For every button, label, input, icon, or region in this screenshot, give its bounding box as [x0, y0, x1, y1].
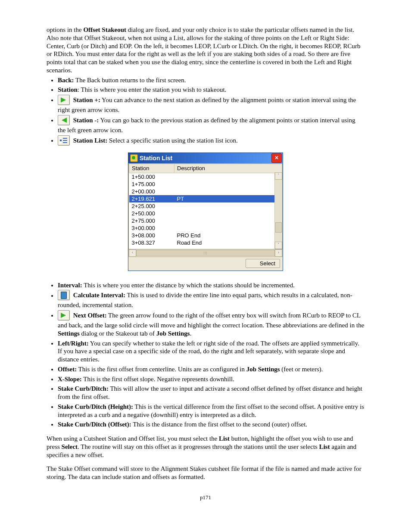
text: : This is where you enter the station yo… — [78, 86, 227, 93]
table-row[interactable]: 2+75.000 — [129, 217, 282, 224]
table-row[interactable]: 3+08.000PRO End — [129, 232, 282, 239]
label: Interval: — [58, 282, 82, 289]
label: Station — [58, 86, 78, 93]
next-offset-icon — [58, 310, 70, 320]
text-bold: List — [219, 435, 230, 442]
cell-station: 2+25.000 — [129, 202, 174, 210]
table-row[interactable]: 2+50.000 — [129, 210, 282, 217]
item-xslope: X-Slope: This is the first offset slope.… — [58, 375, 364, 383]
item-left-right: Left/Right: You can specify whether to s… — [58, 339, 364, 364]
text: Select a specific station using the stat… — [107, 137, 237, 144]
intro-paragraph: options in the Offset Stakeout dialog ar… — [47, 26, 364, 75]
item-station-minus: Station -: You can go back to the previo… — [58, 116, 364, 134]
item-offset: Offset: This is the first offset from ce… — [58, 365, 364, 373]
text-bold: Offset Stakeout — [83, 26, 126, 33]
table-row[interactable]: 2+00.000 — [129, 188, 282, 195]
label: Station +: — [73, 96, 100, 103]
cell-description — [174, 210, 282, 217]
cell-station: 2+00.000 — [129, 188, 174, 195]
item-next-offset: Next Offset: The green arrow found to th… — [58, 311, 364, 338]
cell-station: 1+50.000 — [129, 173, 174, 180]
cell-description — [174, 173, 282, 180]
label: Station -: — [73, 117, 99, 124]
scroll-up-button[interactable]: ˄ — [275, 172, 282, 180]
vscrollbar[interactable]: ˄ ˅ — [274, 172, 282, 249]
text: When using a Cutsheet Station and Offset… — [47, 435, 219, 442]
text: You can advance to the next station as d… — [58, 96, 356, 113]
col-description[interactable]: Description — [174, 164, 282, 173]
station-plus-icon — [58, 95, 70, 105]
col-station[interactable]: Station — [129, 164, 174, 173]
cell-description: PT — [174, 195, 282, 202]
item-station-plus: Station +: You can advance to the next s… — [58, 96, 364, 114]
cell-description: Road End — [174, 239, 282, 246]
text-bold: List — [319, 443, 330, 450]
station-minus-icon — [58, 115, 70, 125]
label: Next Offset: — [73, 312, 107, 319]
text: This is the first offset slope. Negative… — [82, 376, 234, 383]
dialog-title: Station List — [140, 155, 172, 162]
label: Left/Right: — [58, 340, 89, 347]
cell-description — [174, 224, 282, 232]
table-row[interactable]: 2+19.621PT — [129, 195, 282, 202]
text: This is the first offset from centerline… — [77, 366, 246, 373]
app-icon — [130, 154, 138, 162]
scroll-left-button[interactable]: ‹ — [129, 249, 136, 257]
cell-description — [174, 180, 282, 188]
text: This is the distance from the first offs… — [131, 421, 307, 428]
item-stake-curb-ditch-offset: Stake Curb/Ditch (Offset): This is the d… — [58, 420, 364, 429]
text: You can specify whether to stake the lef… — [58, 340, 359, 363]
label: Offset: — [58, 366, 77, 373]
station-list-dialog: Station List × Station Description 1+50.… — [128, 152, 283, 271]
cell-station: 2+19.621 — [129, 195, 174, 202]
item-interval: Interval: This is where you enter the di… — [58, 281, 364, 289]
station-grid: Station Description 1+50.0001+75.0002+00… — [128, 163, 283, 249]
hscrollbar[interactable]: ‹ › — [128, 249, 283, 257]
table-row[interactable]: 1+75.000 — [129, 180, 282, 188]
table-row[interactable]: 1+50.000 — [129, 173, 282, 180]
cell-station: 2+50.000 — [129, 210, 174, 217]
feature-list-top: Back: The Back button returns to the fir… — [47, 76, 364, 146]
label: Stake Curb/Ditch: — [58, 385, 109, 392]
label: Calculate Interval: — [73, 292, 125, 299]
cell-station: 1+75.000 — [129, 180, 174, 188]
label: Station List: — [73, 137, 108, 144]
text: options in the — [47, 26, 83, 33]
text: . The routine will stay on this offset a… — [78, 443, 319, 450]
cell-description — [174, 217, 282, 224]
station-table[interactable]: Station Description 1+50.0001+75.0002+00… — [129, 164, 282, 246]
scroll-right-button[interactable]: › — [275, 249, 282, 257]
text-bold: Job Settings — [246, 366, 280, 373]
trailing-paragraph-1: When using a Cutsheet Station and Offset… — [47, 435, 364, 459]
label: Back: — [58, 77, 74, 84]
text: dialog or the Stakeout tab of — [80, 330, 156, 337]
cell-description — [174, 202, 282, 210]
hscroll-thumb[interactable] — [136, 250, 275, 256]
text-bold: Select — [62, 443, 78, 450]
text: You can go back to the previous station … — [58, 117, 355, 134]
page-number: p171 — [47, 494, 364, 501]
dialog-footer: Select — [128, 257, 283, 271]
feature-list-bottom: Interval: This is where you enter the di… — [47, 281, 364, 429]
label: Stake Curb/Ditch (Offset): — [58, 421, 131, 428]
scroll-thumb[interactable] — [275, 222, 282, 233]
text: The Back button returns to the first scr… — [74, 77, 186, 84]
trailing-paragraph-2: The Stake Offset command will store to t… — [47, 465, 364, 481]
calculate-interval-icon — [58, 290, 70, 300]
cell-station: 2+75.000 — [129, 217, 174, 224]
item-station: Station: This is where you enter the sta… — [58, 86, 364, 94]
scroll-down-button[interactable]: ˅ — [275, 242, 282, 249]
cell-station: 3+00.000 — [129, 224, 174, 232]
table-row[interactable]: 3+08.327Road End — [129, 239, 282, 246]
text: dialog are fixed, and your only choice i… — [47, 26, 360, 74]
select-button[interactable]: Select — [246, 259, 280, 268]
close-button[interactable]: × — [271, 153, 282, 163]
text-bold: Job Settings — [156, 330, 190, 337]
cell-description: PRO End — [174, 232, 282, 239]
table-row[interactable]: 3+00.000 — [129, 224, 282, 232]
table-row[interactable]: 2+25.000 — [129, 202, 282, 210]
cell-station: 3+08.327 — [129, 239, 174, 246]
dialog-titlebar[interactable]: Station List × — [128, 153, 283, 163]
text: (feet or meters). — [280, 366, 323, 373]
cell-description — [174, 188, 282, 195]
